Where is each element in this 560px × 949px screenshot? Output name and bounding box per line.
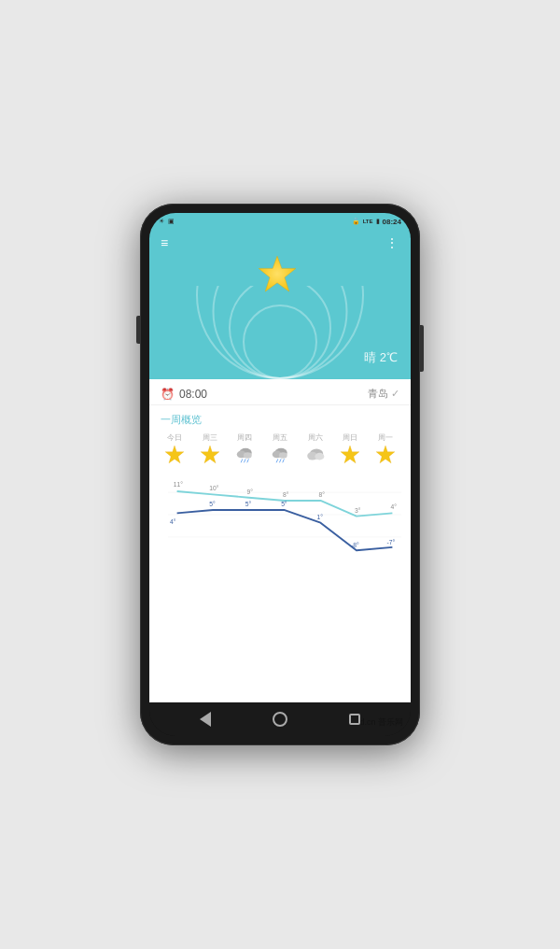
chart-area: 11° 10° 9° 8° 8° 3° 4° 4° 5° 5° 5° 1° -8… bbox=[149, 467, 411, 560]
day-name-1: 周三 bbox=[203, 432, 217, 443]
svg-text:-7°: -7° bbox=[387, 539, 396, 545]
svg-text:-8°: -8° bbox=[351, 542, 359, 548]
day-item-4: 周六 bbox=[305, 432, 326, 465]
brightness-icon: ☀ bbox=[159, 218, 164, 225]
svg-text:1°: 1° bbox=[317, 514, 324, 520]
svg-line-14 bbox=[283, 459, 285, 462]
day-icon-2 bbox=[234, 445, 255, 465]
status-time: 08:24 bbox=[383, 218, 401, 226]
phone-frame: ☀ ▣ 🔒 LTE ▮ 08:24 ≡ ⋮ bbox=[140, 204, 420, 745]
day-name-5: 周日 bbox=[343, 432, 357, 443]
svg-text:10°: 10° bbox=[209, 485, 218, 491]
check-icon: ✓ bbox=[391, 388, 399, 400]
day-item-3: 周五 bbox=[270, 432, 290, 465]
svg-marker-1 bbox=[165, 446, 184, 463]
svg-line-6 bbox=[241, 459, 243, 462]
header-toolbar: ≡ ⋮ bbox=[149, 230, 411, 256]
clock-icon: ⏰ bbox=[161, 388, 175, 401]
arc-4 bbox=[196, 286, 364, 379]
svg-text:8°: 8° bbox=[283, 491, 289, 498]
svg-marker-19 bbox=[376, 446, 395, 463]
time-left: ⏰ 08:00 bbox=[161, 388, 207, 401]
day-name-0: 今日 bbox=[167, 432, 182, 443]
svg-text:11°: 11° bbox=[174, 481, 183, 488]
lte-icon: LTE bbox=[363, 219, 373, 224]
svg-point-17 bbox=[315, 453, 324, 460]
svg-text:8°: 8° bbox=[319, 491, 326, 498]
recent-icon bbox=[349, 714, 360, 725]
location-right: 青岛 ✓ bbox=[368, 387, 399, 401]
svg-marker-2 bbox=[201, 446, 219, 463]
status-icons-left: ☀ ▣ bbox=[159, 218, 175, 225]
day-item-2: 周四 bbox=[234, 432, 255, 465]
svg-line-7 bbox=[245, 459, 246, 462]
watermark: d.cn 普乐网 bbox=[359, 716, 403, 729]
day-name-6: 周一 bbox=[378, 432, 393, 443]
svg-line-13 bbox=[279, 459, 281, 462]
screen: ☀ ▣ 🔒 LTE ▮ 08:24 ≡ ⋮ bbox=[149, 213, 411, 736]
day-icon-3 bbox=[270, 445, 290, 465]
svg-point-11 bbox=[279, 452, 287, 459]
temperature-chart: 11° 10° 9° 8° 8° 3° 4° 4° 5° 5° 5° 1° -8… bbox=[168, 474, 401, 555]
back-button[interactable] bbox=[197, 711, 214, 728]
day-name-3: 周五 bbox=[273, 432, 287, 443]
svg-line-8 bbox=[247, 459, 249, 462]
home-icon bbox=[273, 712, 287, 727]
svg-text:5°: 5° bbox=[281, 501, 287, 507]
day-name-2: 周四 bbox=[237, 432, 252, 443]
weekly-forecast: 今日 周三 周四 bbox=[149, 431, 411, 467]
notification-icon: ▣ bbox=[168, 218, 175, 225]
svg-line-12 bbox=[276, 459, 278, 462]
day-icon-5 bbox=[340, 445, 360, 465]
home-button[interactable] bbox=[272, 711, 288, 728]
day-item-6: 周一 bbox=[375, 432, 396, 465]
day-item-5: 周日 bbox=[340, 432, 360, 465]
location-name: 青岛 bbox=[368, 387, 388, 401]
weather-header: ≡ ⋮ bbox=[149, 230, 411, 379]
day-icon-1 bbox=[200, 445, 220, 465]
day-item-0: 今日 bbox=[164, 432, 185, 465]
svg-text:3°: 3° bbox=[355, 507, 361, 514]
day-icon-0 bbox=[164, 445, 185, 465]
day-icon-6 bbox=[375, 445, 396, 465]
status-icons-right: 🔒 LTE ▮ 08:24 bbox=[352, 218, 401, 226]
week-label: 一周概览 bbox=[149, 405, 411, 431]
svg-text:4°: 4° bbox=[170, 518, 176, 525]
lock-icon: 🔒 bbox=[352, 218, 360, 225]
menu-icon[interactable]: ≡ bbox=[161, 235, 168, 250]
current-time: 08:00 bbox=[179, 388, 207, 401]
svg-text:4°: 4° bbox=[390, 503, 397, 510]
weather-temperature: 晴 2℃ bbox=[364, 349, 398, 366]
more-options-icon[interactable]: ⋮ bbox=[385, 235, 399, 250]
time-row: ⏰ 08:00 青岛 ✓ bbox=[149, 379, 411, 405]
phone-inner: ☀ ▣ 🔒 LTE ▮ 08:24 ≡ ⋮ bbox=[149, 213, 411, 736]
svg-text:9°: 9° bbox=[247, 489, 254, 495]
battery-icon: ▮ bbox=[376, 218, 380, 225]
back-icon bbox=[200, 712, 211, 727]
day-icon-4 bbox=[305, 445, 326, 465]
svg-text:5°: 5° bbox=[209, 501, 216, 507]
status-bar: ☀ ▣ 🔒 LTE ▮ 08:24 bbox=[149, 213, 411, 230]
card-area: ⏰ 08:00 青岛 ✓ 一周概览 今日 bbox=[149, 379, 411, 702]
svg-marker-18 bbox=[341, 446, 359, 463]
svg-text:5°: 5° bbox=[245, 501, 252, 507]
day-name-4: 周六 bbox=[308, 432, 323, 443]
svg-point-5 bbox=[244, 452, 252, 459]
sun-arcs bbox=[187, 286, 373, 379]
day-item-1: 周三 bbox=[200, 432, 220, 465]
